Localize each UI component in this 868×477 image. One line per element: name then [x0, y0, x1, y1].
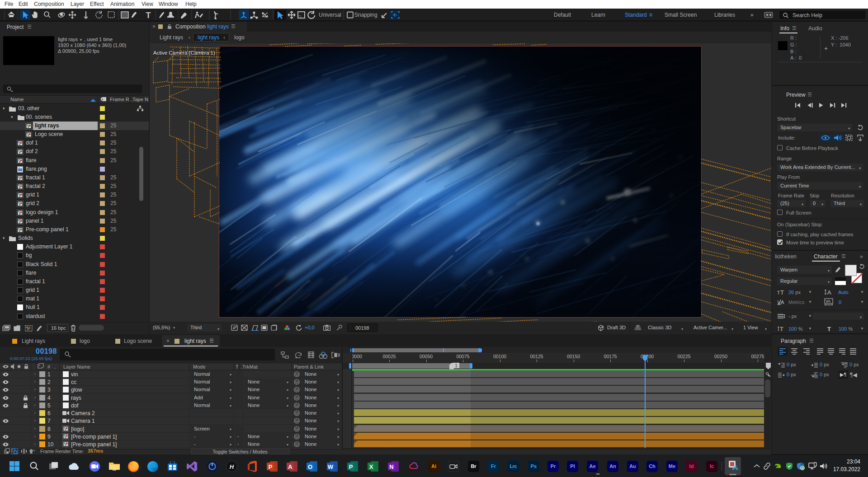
- svg-text:P: P: [269, 463, 273, 470]
- svg-text:.: .: [54, 364, 56, 369]
- svg-text:N: N: [389, 463, 393, 470]
- svg-text:VA: VA: [826, 299, 830, 304]
- svg-text:H: H: [230, 463, 234, 470]
- svg-text:W: W: [328, 463, 334, 470]
- svg-text:A: A: [827, 289, 831, 296]
- svg-text:T: T: [777, 290, 780, 295]
- svg-text:P: P: [349, 463, 353, 470]
- svg-text:1: 1: [455, 363, 458, 368]
- svg-text:A: A: [781, 299, 784, 305]
- svg-text:X: X: [369, 463, 373, 470]
- svg-text:T: T: [780, 289, 784, 295]
- svg-text:T: T: [827, 326, 831, 332]
- svg-text:#: #: [47, 364, 51, 369]
- svg-text:T: T: [780, 326, 783, 332]
- svg-text:A: A: [288, 463, 292, 470]
- svg-text:O: O: [308, 463, 312, 470]
- svg-text:T: T: [146, 11, 151, 20]
